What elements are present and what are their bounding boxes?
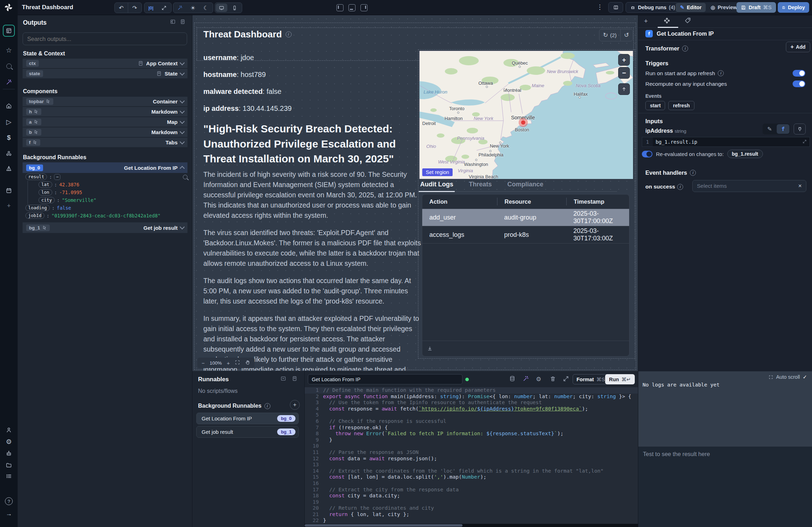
format-button[interactable]: Format⌘S (573, 374, 609, 384)
auto-scroll-control[interactable]: Auto scroll ✓ (769, 374, 807, 380)
redo-button[interactable]: ↷ (128, 3, 141, 13)
user-icon[interactable] (4, 425, 14, 435)
component-row[interactable]: f Tabs (23, 138, 187, 147)
panel-left-toggle-icon[interactable] (336, 4, 344, 11)
favorites-icon[interactable]: ☆ (4, 45, 14, 55)
map-component[interactable]: QuébecOttawaMontréalNew BrunswickNova Sc… (419, 51, 633, 179)
ai-assistant-button[interactable] (173, 3, 186, 13)
bg1-output-row[interactable]: bg_1 Get job result (23, 222, 187, 233)
bg0-output-row[interactable]: bg_0 Get Location From IP (23, 162, 187, 173)
home-icon[interactable] (4, 101, 14, 111)
doc-panel-icon[interactable] (180, 19, 185, 26)
logs-list-icon[interactable] (4, 471, 14, 481)
output-row[interactable]: state State (23, 69, 187, 78)
component-row[interactable]: topbar Container (23, 97, 187, 106)
folder-icon[interactable] (4, 460, 14, 471)
search-icon[interactable] (4, 61, 14, 71)
windmill-logo-icon[interactable] (4, 2, 13, 12)
column-header[interactable]: Timestamp (566, 198, 629, 205)
component-row[interactable]: h Markdown (23, 107, 187, 116)
delete-icon[interactable] (550, 376, 556, 383)
dark-theme-button[interactable]: ☾ (199, 3, 213, 13)
expand-expression-icon[interactable] (802, 139, 810, 145)
json-row[interactable]: jobId: "0199390f-2843-ceac-dc03-cf8b242a… (23, 212, 187, 220)
clear-select-icon[interactable]: × (798, 182, 802, 190)
more-menu-button[interactable]: ⋮ (597, 3, 603, 11)
event-pill[interactable]: start (645, 101, 665, 110)
json-row[interactable]: lon: -71.0995 (28, 188, 187, 196)
add-runnable-button[interactable]: + (290, 400, 300, 410)
eval-mode-icon[interactable]: f (777, 124, 789, 134)
app-title[interactable]: Threat Dashboard (22, 4, 73, 11)
zoom-in-button[interactable]: + (227, 360, 230, 366)
runnable-name-input[interactable] (308, 374, 462, 384)
component-row[interactable]: b Markdown (23, 127, 187, 137)
styling-tab[interactable] (685, 17, 691, 25)
run-button[interactable]: Run⌘↵ (605, 374, 635, 384)
download-icon[interactable] (427, 346, 432, 351)
light-theme-button[interactable]: ☀ (186, 3, 199, 13)
app-canvas[interactable]: Threat Dashboardi ↻(2) ↺ username: jdoe … (192, 15, 638, 371)
tab[interactable]: Compliance (507, 181, 543, 188)
map-zoom-in-button[interactable]: + (618, 54, 630, 66)
map-zoom-out-button[interactable]: − (618, 67, 630, 79)
map-recenter-button[interactable] (618, 83, 630, 95)
editor-settings-icon[interactable]: ⚙ (536, 376, 541, 383)
input-expression-editor[interactable]: 1 bg_1.result.ip (642, 137, 810, 147)
resources-icon[interactable] (4, 148, 14, 159)
json-row[interactable]: result: − (23, 173, 187, 181)
tab[interactable]: Audit Logs (420, 181, 453, 188)
json-row[interactable]: city: "Somerville" (28, 196, 187, 204)
set-region-button[interactable]: Set region (422, 168, 453, 176)
workers-icon[interactable] (4, 448, 14, 459)
settings-gear-icon[interactable]: ⚙ (4, 436, 14, 447)
zoom-out-button[interactable]: − (202, 360, 205, 366)
search-outputs-input[interactable] (23, 32, 187, 45)
event-pill[interactable]: refresh (668, 101, 694, 110)
desktop-view-button[interactable] (216, 4, 227, 12)
component-row[interactable]: a Map (23, 117, 187, 127)
add-transformer-button[interactable]: +Add (786, 42, 810, 52)
ai-wand-icon[interactable] (4, 77, 14, 88)
mobile-view-button[interactable] (228, 3, 241, 13)
pan-hand-button[interactable] (245, 360, 250, 366)
variables-icon[interactable]: $ (4, 132, 14, 143)
fit-view-button[interactable] (235, 360, 240, 366)
schedules-icon[interactable] (4, 163, 14, 174)
connect-input-button[interactable] (794, 124, 806, 134)
recompute-toggle[interactable] (793, 80, 805, 87)
run-on-start-toggle[interactable] (793, 70, 805, 77)
on-success-select[interactable]: Select items × (692, 180, 806, 192)
editor-mode-tab[interactable]: ✎Editor (676, 3, 706, 12)
apps-nav-icon[interactable] (3, 25, 15, 37)
reeval-toggle[interactable] (642, 151, 652, 157)
ai-gen-icon[interactable] (523, 376, 529, 383)
align-grid-button[interactable]: |0| (144, 3, 157, 13)
add-nav-icon[interactable]: + (4, 200, 14, 211)
docs-button[interactable] (608, 2, 623, 13)
reeval-dependency-badge[interactable]: bg_1.result (727, 150, 763, 158)
collapse-bottom-icon[interactable] (281, 376, 286, 383)
calendar-icon[interactable] (4, 185, 14, 196)
refresh-all-button[interactable]: ↻(2) (599, 29, 620, 41)
preview-mode-tab[interactable]: ◎Preview (706, 3, 741, 12)
code-area[interactable]: 1 // Define the main function with the r… (305, 387, 638, 524)
component-settings-tab[interactable] (664, 17, 670, 25)
panel-right-toggle-icon[interactable] (360, 4, 368, 11)
column-header[interactable]: Action (422, 198, 497, 205)
static-mode-icon[interactable]: ✎ (763, 124, 776, 134)
collapse-rail-icon[interactable]: → (4, 508, 14, 519)
json-row[interactable]: loading: false (23, 204, 187, 212)
runnable-item[interactable]: Get job result bg_1 (196, 426, 299, 438)
panel-bottom-toggle-icon[interactable] (348, 4, 356, 11)
column-header[interactable]: Resource (497, 198, 566, 205)
deploy-button[interactable]: Deploy (778, 2, 809, 13)
cache-db-icon[interactable] (509, 376, 515, 383)
json-row[interactable]: lat: 42.3876 (28, 181, 187, 188)
help-icon[interactable]: ? (4, 496, 14, 507)
runnable-item[interactable]: Get Location From IP bg_0 (196, 413, 299, 424)
table-row[interactable]: access_logs prod-k8s 2025-03-30T17:03:00… (422, 226, 629, 244)
output-row[interactable]: ctx App Context (23, 59, 187, 68)
recompute-history-button[interactable]: ↺ (620, 29, 633, 41)
save-draft-button[interactable]: Draft⌘S (736, 2, 776, 13)
